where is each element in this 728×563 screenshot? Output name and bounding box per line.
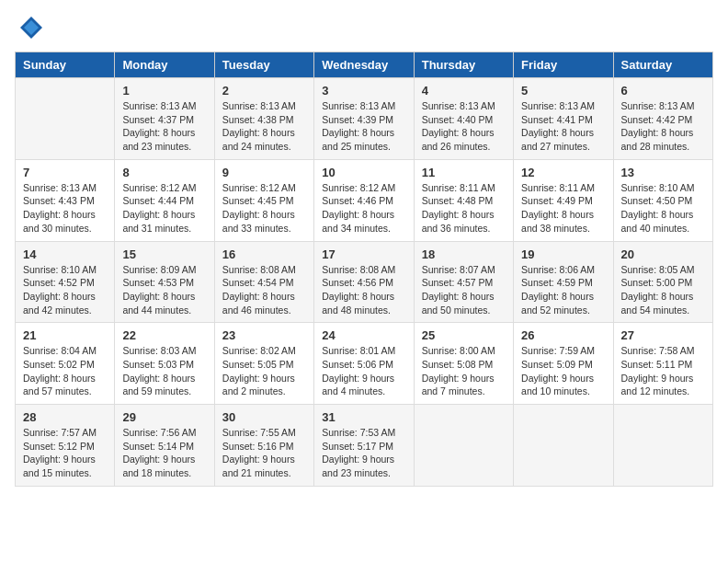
calendar-cell: 11 Sunrise: 8:11 AMSunset: 4:48 PMDaylig… xyxy=(414,159,513,241)
day-number: 24 xyxy=(322,328,405,342)
weekday-header-saturday: Saturday xyxy=(613,52,712,78)
day-number: 19 xyxy=(521,247,605,261)
week-row-2: 7 Sunrise: 8:13 AMSunset: 4:43 PMDayligh… xyxy=(16,159,713,241)
calendar-cell: 27 Sunrise: 7:58 AMSunset: 5:11 PMDaylig… xyxy=(613,323,712,405)
calendar-cell xyxy=(414,405,513,487)
day-number: 11 xyxy=(422,166,506,179)
day-info: Sunrise: 8:01 AMSunset: 5:06 PMDaylight:… xyxy=(322,344,405,398)
day-number: 17 xyxy=(322,247,405,261)
day-info: Sunrise: 8:02 AMSunset: 5:05 PMDaylight:… xyxy=(222,344,306,398)
day-number: 6 xyxy=(621,84,705,98)
day-number: 21 xyxy=(23,328,107,342)
calendar-cell: 25 Sunrise: 8:00 AMSunset: 5:08 PMDaylig… xyxy=(414,323,513,405)
calendar-cell: 18 Sunrise: 8:07 AMSunset: 4:57 PMDaylig… xyxy=(414,241,513,323)
day-number: 14 xyxy=(23,247,107,261)
day-info: Sunrise: 8:04 AMSunset: 5:02 PMDaylight:… xyxy=(23,344,107,398)
calendar-cell: 2 Sunrise: 8:13 AMSunset: 4:38 PMDayligh… xyxy=(214,78,313,160)
week-row-5: 28 Sunrise: 7:57 AMSunset: 5:12 PMDaylig… xyxy=(16,405,713,487)
logo-flag-icon xyxy=(18,15,44,40)
day-info: Sunrise: 8:13 AMSunset: 4:38 PMDaylight:… xyxy=(222,99,306,154)
weekday-header-row: SundayMondayTuesdayWednesdayThursdayFrid… xyxy=(16,52,713,78)
day-number: 15 xyxy=(122,247,206,261)
day-number: 20 xyxy=(621,247,705,261)
day-info: Sunrise: 8:10 AMSunset: 4:50 PMDaylight:… xyxy=(621,181,705,236)
weekday-header-sunday: Sunday xyxy=(16,52,115,78)
day-number: 3 xyxy=(322,84,405,98)
calendar-cell: 16 Sunrise: 8:08 AMSunset: 4:54 PMDaylig… xyxy=(214,241,313,323)
day-number: 22 xyxy=(122,328,206,342)
calendar-cell: 22 Sunrise: 8:03 AMSunset: 5:03 PMDaylig… xyxy=(115,323,214,405)
day-info: Sunrise: 8:03 AMSunset: 5:03 PMDaylight:… xyxy=(122,344,206,398)
day-info: Sunrise: 8:07 AMSunset: 4:57 PMDaylight:… xyxy=(422,263,506,317)
calendar-cell xyxy=(16,78,115,160)
calendar-cell: 20 Sunrise: 8:05 AMSunset: 5:00 PMDaylig… xyxy=(613,241,712,323)
day-number: 31 xyxy=(322,410,405,424)
day-number: 26 xyxy=(521,328,605,342)
day-number: 7 xyxy=(23,166,107,179)
day-info: Sunrise: 8:12 AMSunset: 4:44 PMDaylight:… xyxy=(122,181,206,236)
weekday-header-friday: Friday xyxy=(514,52,613,78)
day-info: Sunrise: 8:06 AMSunset: 4:59 PMDaylight:… xyxy=(521,263,605,317)
calendar-cell xyxy=(514,405,613,487)
logo xyxy=(15,15,44,40)
week-row-1: 1 Sunrise: 8:13 AMSunset: 4:37 PMDayligh… xyxy=(16,78,713,160)
calendar-cell: 21 Sunrise: 8:04 AMSunset: 5:02 PMDaylig… xyxy=(16,323,115,405)
calendar-cell: 6 Sunrise: 8:13 AMSunset: 4:42 PMDayligh… xyxy=(613,78,712,160)
calendar-cell: 7 Sunrise: 8:13 AMSunset: 4:43 PMDayligh… xyxy=(16,159,115,241)
calendar-cell: 31 Sunrise: 7:53 AMSunset: 5:17 PMDaylig… xyxy=(314,405,414,487)
calendar-cell: 9 Sunrise: 8:12 AMSunset: 4:45 PMDayligh… xyxy=(214,159,313,241)
weekday-header-thursday: Thursday xyxy=(414,52,513,78)
day-number: 29 xyxy=(122,410,206,424)
calendar-cell: 14 Sunrise: 8:10 AMSunset: 4:52 PMDaylig… xyxy=(16,241,115,323)
day-info: Sunrise: 8:11 AMSunset: 4:48 PMDaylight:… xyxy=(422,181,506,236)
calendar-cell: 19 Sunrise: 8:06 AMSunset: 4:59 PMDaylig… xyxy=(514,241,613,323)
week-row-3: 14 Sunrise: 8:10 AMSunset: 4:52 PMDaylig… xyxy=(16,241,713,323)
day-number: 12 xyxy=(521,166,605,179)
day-info: Sunrise: 7:59 AMSunset: 5:09 PMDaylight:… xyxy=(521,344,605,398)
weekday-header-monday: Monday xyxy=(115,52,214,78)
calendar-cell: 24 Sunrise: 8:01 AMSunset: 5:06 PMDaylig… xyxy=(314,323,414,405)
day-number: 16 xyxy=(222,247,306,261)
day-number: 5 xyxy=(521,84,605,98)
day-info: Sunrise: 8:08 AMSunset: 4:54 PMDaylight:… xyxy=(222,263,306,317)
day-number: 8 xyxy=(122,166,206,179)
page-header xyxy=(15,15,713,40)
day-number: 23 xyxy=(222,328,306,342)
calendar-cell: 12 Sunrise: 8:11 AMSunset: 4:49 PMDaylig… xyxy=(514,159,613,241)
day-info: Sunrise: 8:00 AMSunset: 5:08 PMDaylight:… xyxy=(422,344,506,398)
day-info: Sunrise: 8:10 AMSunset: 4:52 PMDaylight:… xyxy=(23,263,107,317)
day-number: 1 xyxy=(122,84,206,98)
logo-text xyxy=(15,15,44,40)
day-info: Sunrise: 7:55 AMSunset: 5:16 PMDaylight:… xyxy=(222,426,306,480)
calendar-cell: 1 Sunrise: 8:13 AMSunset: 4:37 PMDayligh… xyxy=(115,78,214,160)
day-info: Sunrise: 7:57 AMSunset: 5:12 PMDaylight:… xyxy=(23,426,107,480)
day-info: Sunrise: 8:11 AMSunset: 4:49 PMDaylight:… xyxy=(521,181,605,236)
day-info: Sunrise: 8:05 AMSunset: 5:00 PMDaylight:… xyxy=(621,263,705,317)
day-info: Sunrise: 8:13 AMSunset: 4:43 PMDaylight:… xyxy=(23,181,107,236)
calendar-cell: 10 Sunrise: 8:12 AMSunset: 4:46 PMDaylig… xyxy=(314,159,414,241)
weekday-header-tuesday: Tuesday xyxy=(214,52,313,78)
day-number: 27 xyxy=(621,328,705,342)
day-number: 9 xyxy=(222,166,306,179)
day-number: 2 xyxy=(222,84,306,98)
day-info: Sunrise: 8:13 AMSunset: 4:41 PMDaylight:… xyxy=(521,99,605,154)
day-info: Sunrise: 7:56 AMSunset: 5:14 PMDaylight:… xyxy=(122,426,206,480)
calendar-table: SundayMondayTuesdayWednesdayThursdayFrid… xyxy=(15,52,713,487)
calendar-cell: 23 Sunrise: 8:02 AMSunset: 5:05 PMDaylig… xyxy=(214,323,313,405)
day-number: 10 xyxy=(322,166,405,179)
day-number: 30 xyxy=(222,410,306,424)
calendar-cell: 30 Sunrise: 7:55 AMSunset: 5:16 PMDaylig… xyxy=(214,405,313,487)
calendar-cell: 29 Sunrise: 7:56 AMSunset: 5:14 PMDaylig… xyxy=(115,405,214,487)
day-info: Sunrise: 7:58 AMSunset: 5:11 PMDaylight:… xyxy=(621,344,705,398)
day-info: Sunrise: 8:13 AMSunset: 4:40 PMDaylight:… xyxy=(422,99,506,154)
calendar-cell: 5 Sunrise: 8:13 AMSunset: 4:41 PMDayligh… xyxy=(514,78,613,160)
calendar-cell: 28 Sunrise: 7:57 AMSunset: 5:12 PMDaylig… xyxy=(16,405,115,487)
day-info: Sunrise: 8:12 AMSunset: 4:46 PMDaylight:… xyxy=(322,181,405,236)
day-number: 28 xyxy=(23,410,107,424)
calendar-cell: 3 Sunrise: 8:13 AMSunset: 4:39 PMDayligh… xyxy=(314,78,414,160)
day-info: Sunrise: 8:13 AMSunset: 4:39 PMDaylight:… xyxy=(322,99,405,154)
calendar-cell: 4 Sunrise: 8:13 AMSunset: 4:40 PMDayligh… xyxy=(414,78,513,160)
weekday-header-wednesday: Wednesday xyxy=(314,52,414,78)
day-info: Sunrise: 7:53 AMSunset: 5:17 PMDaylight:… xyxy=(322,426,405,480)
day-info: Sunrise: 8:12 AMSunset: 4:45 PMDaylight:… xyxy=(222,181,306,236)
